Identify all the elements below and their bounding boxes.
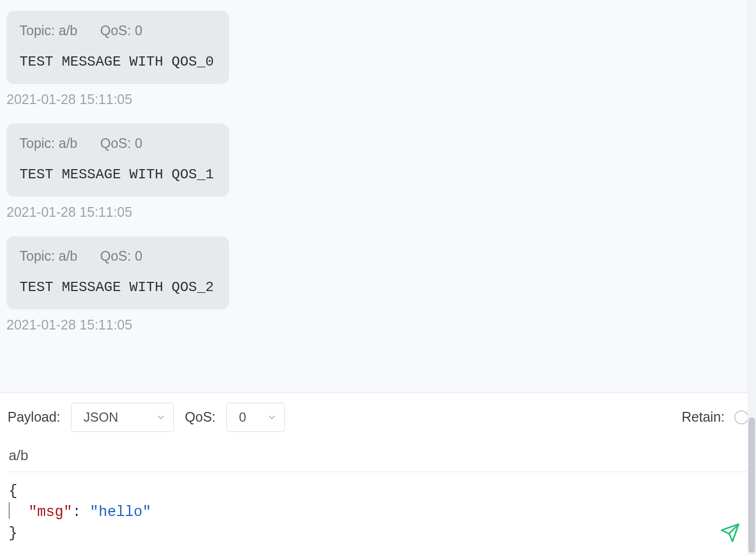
message-body: TEST MESSAGE WITH QOS_2 — [19, 279, 214, 295]
scrollbar-track[interactable] — [747, 0, 756, 555]
message-bubble: Topic: a/b QoS: 0 TEST MESSAGE WITH QOS_… — [6, 124, 229, 197]
message-header: Topic: a/b QoS: 0 — [19, 23, 214, 38]
qos-label: QoS: — [185, 409, 216, 425]
message-timestamp: 2021-01-28 15:11:05 — [6, 204, 750, 220]
topic-input[interactable] — [8, 444, 748, 472]
payload-format-select[interactable]: JSON — [71, 403, 174, 432]
message-item: Topic: a/b QoS: 0 TEST MESSAGE WITH QOS_… — [6, 236, 750, 333]
message-bubble: Topic: a/b QoS: 0 TEST MESSAGE WITH QOS_… — [6, 236, 229, 309]
payload-editor[interactable]: { "msg": "hello" } — [8, 472, 748, 544]
topic-value: a/b — [58, 135, 77, 151]
topic-label: Topic: — [19, 135, 55, 151]
topic-label: Topic: — [19, 23, 55, 38]
message-timestamp: 2021-01-28 15:11:05 — [6, 92, 750, 107]
scrollbar-thumb[interactable] — [748, 417, 755, 553]
qos-value: 0 — [135, 23, 142, 38]
qos-value: 0 — [135, 248, 142, 263]
editor-caret — [9, 502, 10, 519]
payload-label: Payload: — [8, 409, 60, 425]
payload-format-value: JSON — [83, 410, 118, 425]
message-item: Topic: a/b QoS: 0 TEST MESSAGE WITH QOS_… — [6, 11, 750, 107]
json-open-brace: { — [9, 483, 17, 499]
json-indent — [11, 504, 28, 520]
send-button[interactable] — [718, 521, 742, 545]
message-body: TEST MESSAGE WITH QOS_0 — [19, 54, 214, 70]
json-key: "msg" — [28, 504, 72, 520]
retain-label: Retain: — [682, 409, 725, 425]
qos-select[interactable]: 0 — [226, 403, 285, 432]
messages-area: Topic: a/b QoS: 0 TEST MESSAGE WITH QOS_… — [0, 0, 756, 392]
message-timestamp: 2021-01-28 15:11:05 — [6, 317, 750, 333]
chevron-down-icon — [267, 412, 277, 422]
topic-label: Topic: — [19, 248, 55, 263]
send-icon — [720, 522, 740, 545]
json-value: "hello" — [90, 504, 151, 520]
retain-radio[interactable] — [734, 410, 748, 424]
qos-select-value: 0 — [239, 410, 246, 425]
qos-label: QoS: — [100, 248, 131, 263]
message-item: Topic: a/b QoS: 0 TEST MESSAGE WITH QOS_… — [6, 124, 750, 220]
message-header: Topic: a/b QoS: 0 — [19, 135, 214, 151]
topic-value: a/b — [58, 23, 77, 38]
message-body: TEST MESSAGE WITH QOS_1 — [19, 166, 214, 183]
message-header: Topic: a/b QoS: 0 — [19, 248, 214, 264]
json-close-brace: } — [9, 525, 17, 541]
composer-panel: Payload: JSON QoS: 0 Retain: { "msg": "h… — [0, 392, 756, 555]
chevron-down-icon — [156, 412, 166, 422]
message-bubble: Topic: a/b QoS: 0 TEST MESSAGE WITH QOS_… — [6, 11, 229, 84]
json-colon: : — [72, 504, 89, 520]
qos-label: QoS: — [100, 23, 131, 38]
composer-options-row: Payload: JSON QoS: 0 Retain: — [8, 403, 748, 432]
qos-label: QoS: — [100, 135, 131, 151]
topic-value: a/b — [58, 248, 77, 263]
qos-value: 0 — [135, 135, 142, 151]
